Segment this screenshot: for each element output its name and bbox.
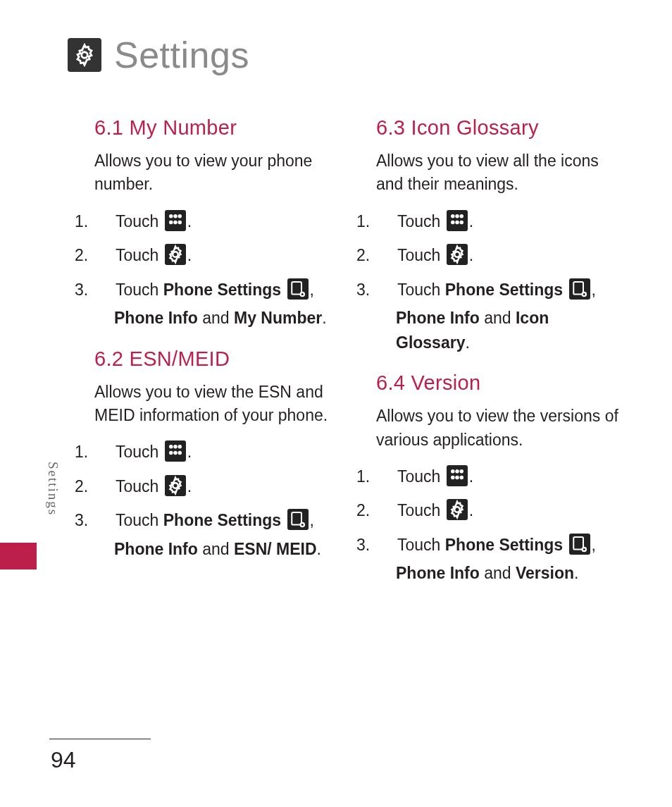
svg-point-21	[451, 214, 455, 218]
page-title-row: Settings	[68, 34, 249, 76]
apps-grid-icon	[165, 441, 186, 462]
step-number: 2.	[94, 474, 111, 499]
step-text: Touch	[116, 477, 158, 495]
page-number: 94	[51, 747, 76, 773]
svg-point-2	[173, 214, 178, 218]
phone-info-label: Phone Info	[114, 309, 198, 327]
punct: .	[469, 212, 473, 230]
and-word: and	[484, 309, 511, 327]
gear-icon	[447, 499, 468, 520]
svg-point-24	[451, 220, 455, 224]
target-label: Version	[516, 564, 574, 582]
desc-6-3: Allows you to view all the icons and the…	[376, 149, 623, 197]
apps-grid-icon	[165, 210, 186, 231]
right-column: 6.3 Icon Glossary Allows you to view all…	[376, 116, 623, 596]
phone-settings-label: Phone Settings	[445, 536, 563, 554]
phone-settings-icon	[287, 278, 309, 300]
punct: ,	[592, 281, 596, 299]
and-word: and	[202, 309, 229, 327]
svg-point-17	[173, 483, 178, 488]
step-number: 3.	[94, 508, 111, 533]
svg-point-14	[169, 451, 173, 455]
step-6-3-3: 3. Touch Phone Settings ,	[376, 278, 623, 302]
punct: .	[187, 477, 192, 495]
gear-icon	[447, 244, 468, 265]
phone-settings-icon	[569, 278, 590, 300]
target-label: My Number	[234, 309, 322, 327]
svg-point-25	[455, 220, 459, 224]
step-6-4-3b: Phone Info and Version.	[376, 561, 623, 586]
step-6-2-1: 1. Touch .	[94, 440, 341, 464]
svg-point-11	[169, 445, 173, 449]
gear-icon	[165, 475, 186, 496]
svg-point-35	[455, 476, 459, 480]
punct: .	[469, 246, 473, 264]
svg-point-37	[454, 507, 460, 513]
punct: .	[187, 443, 192, 461]
punct: ,	[592, 536, 596, 554]
step-text: Touch	[397, 281, 440, 299]
phone-info-label: Phone Info	[396, 309, 480, 327]
punct: .	[187, 246, 192, 264]
heading-6-4: 6.4 Version	[376, 371, 623, 395]
phone-settings-label: Phone Settings	[445, 281, 563, 299]
step-number: 1.	[94, 440, 111, 464]
phone-settings-icon	[569, 534, 590, 555]
desc-6-1: Allows you to view your phone number.	[94, 149, 341, 197]
step-6-2-3: 3. Touch Phone Settings ,	[94, 508, 341, 533]
punct: .	[465, 333, 469, 352]
step-number: 1.	[376, 209, 393, 234]
svg-point-34	[451, 476, 455, 480]
punct: .	[187, 212, 192, 230]
svg-point-3	[178, 214, 182, 218]
step-number: 1.	[376, 464, 393, 489]
step-6-1-1: 1. Touch .	[94, 209, 341, 234]
and-word: and	[202, 540, 229, 558]
step-6-4-2: 2. Touch .	[376, 498, 623, 523]
punct: .	[322, 309, 326, 327]
content-columns: 6.1 My Number Allows you to view your ph…	[94, 116, 623, 596]
side-tab-label: Settings	[45, 462, 61, 516]
left-column: 6.1 My Number Allows you to view your ph…	[94, 116, 341, 596]
heading-6-1: 6.1 My Number	[94, 116, 341, 140]
step-text: Touch	[397, 212, 440, 230]
svg-point-13	[178, 445, 182, 449]
step-text: Touch	[116, 281, 158, 299]
step-number: 2.	[94, 243, 111, 268]
step-number: 2.	[376, 243, 393, 268]
step-6-2-3b: Phone Info and ESN/ MEID.	[94, 537, 341, 562]
phone-info-label: Phone Info	[396, 564, 480, 582]
step-text: Touch	[397, 501, 440, 519]
svg-point-26	[459, 220, 463, 224]
footer-rule	[49, 739, 151, 739]
and-word: and	[484, 564, 511, 582]
svg-rect-38	[573, 537, 583, 550]
svg-point-7	[173, 252, 178, 257]
phone-settings-icon	[287, 509, 309, 530]
svg-point-4	[169, 220, 173, 224]
step-text: Touch	[397, 467, 440, 486]
svg-point-10	[301, 293, 303, 295]
heading-6-3: 6.3 Icon Glossary	[376, 116, 623, 140]
step-number: 3.	[94, 278, 111, 302]
svg-point-15	[173, 451, 178, 455]
step-6-1-3: 3. Touch Phone Settings ,	[94, 278, 341, 302]
step-6-3-1: 1. Touch .	[376, 209, 623, 234]
svg-rect-18	[292, 512, 301, 525]
step-6-1-2: 2. Touch .	[94, 243, 341, 268]
svg-rect-28	[573, 282, 583, 295]
step-6-2-2: 2. Touch .	[94, 474, 341, 499]
svg-point-32	[455, 469, 459, 474]
svg-point-36	[459, 476, 463, 480]
punct: .	[469, 467, 473, 486]
step-6-3-2: 2. Touch .	[376, 243, 623, 268]
svg-point-40	[583, 548, 585, 550]
manual-page: Settings Settings 6.1 My Number Allows y…	[0, 0, 672, 807]
heading-6-2: 6.2 ESN/MEID	[94, 347, 341, 371]
target-label: ESN/ MEID	[234, 540, 317, 558]
step-number: 2.	[376, 498, 393, 523]
svg-point-6	[178, 220, 182, 224]
punct: .	[317, 540, 321, 558]
svg-point-16	[178, 451, 182, 455]
step-text: Touch	[397, 536, 440, 554]
